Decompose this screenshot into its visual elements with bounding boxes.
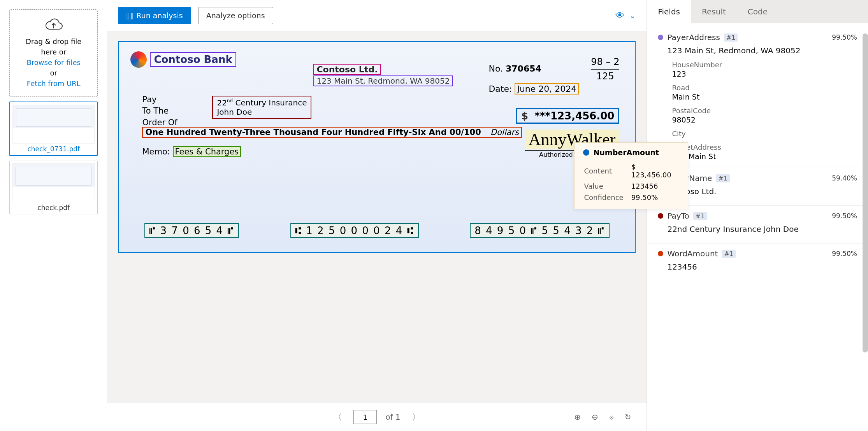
field-content: Contoso Ltd.	[667, 187, 857, 196]
bank-name-field[interactable]: Contoso Bank	[150, 52, 236, 67]
subfield: PostalCode98052	[672, 107, 857, 124]
pay-to-label: Pay To The Order Of	[142, 94, 177, 128]
fetch-url-link[interactable]: Fetch from URL	[14, 78, 93, 89]
field-item[interactable]: PayTo#199.50%22nd Century Insurance John…	[647, 205, 868, 243]
chevron-down-icon[interactable]: ⌄	[629, 11, 636, 20]
memo: Memo: Fees & Charges	[142, 147, 241, 156]
payer-address-field[interactable]: 123 Main St, Redmond, WA 98052	[313, 75, 453, 86]
main-canvas: ⟦⟧ Run analysis Analyze options 👁 ⌄ Cont…	[107, 0, 647, 431]
tab-result[interactable]: Result	[691, 0, 737, 23]
check-date: Date: June 20, 2024	[488, 84, 579, 94]
occurrence-chip: #1	[693, 212, 707, 220]
toolbar: ⟦⟧ Run analysis Analyze options 👁 ⌄	[107, 0, 647, 31]
subfield: City	[672, 130, 857, 138]
panel-tabs: Fields Result Code	[647, 0, 868, 23]
field-dot-icon	[658, 35, 663, 40]
thumbnail-preview	[12, 105, 95, 144]
results-panel: Fields Result Code PayerAddress#199.50%1…	[647, 0, 868, 431]
fields-list[interactable]: PayerAddress#199.50%123 Main St, Redmond…	[647, 23, 868, 431]
confidence-value: 59.40%	[832, 174, 857, 182]
rotate-icon[interactable]: ↻	[625, 412, 631, 422]
field-tooltip: NumberAmount Content$ 123,456.00 Value12…	[574, 142, 688, 209]
field-content: 123 Main St, Redmond, WA 98052	[667, 46, 857, 55]
browse-files-link[interactable]: Browse for files	[14, 57, 93, 68]
bank-logo-icon	[130, 51, 147, 68]
dropzone[interactable]: Drag & drop file here or Browse for file…	[9, 9, 98, 97]
subfield: StreetAddress123 Main St	[672, 143, 857, 161]
thumbnail-sample[interactable]: Sample check.pdf	[9, 161, 98, 214]
canvas-pager: 〈 of 1 〉 ⊕ ⊖ ⟐ ↻	[107, 403, 647, 431]
field-name: PayTo	[667, 211, 689, 221]
file-sidebar: Drag & drop file here or Browse for file…	[0, 0, 107, 431]
field-dot-icon	[658, 251, 663, 256]
micr-routing[interactable]: ⑆ 1 2 5 0 0 0 0 2 4 ⑆	[290, 223, 419, 238]
field-content: 22nd Century Insurance John Doe	[667, 224, 857, 234]
zoom-out-icon[interactable]: ⊖	[592, 412, 598, 422]
memo-field[interactable]: Fees & Charges	[173, 146, 241, 157]
scrollbar[interactable]	[863, 33, 868, 352]
pay-to-field[interactable]: 22nd Century Insurance John Doe	[212, 96, 311, 119]
field-name: PayerAddress	[667, 33, 720, 42]
fit-icon[interactable]: ⟐	[609, 412, 614, 422]
confidence-value: 99.50%	[832, 250, 857, 258]
analysis-icon: ⟦⟧	[126, 12, 133, 20]
occurrence-chip: #1	[716, 174, 730, 182]
date-field[interactable]: June 20, 2024	[515, 83, 579, 95]
thumbnail-filename: check.pdf	[12, 204, 95, 212]
check-number: No. 370654	[488, 64, 541, 74]
page-total: of 1	[385, 412, 400, 422]
bank-routing-fraction: 98 – 2125	[591, 56, 619, 82]
word-amount-field[interactable]: One Hundred Twenty-Three Thousand Four H…	[142, 127, 522, 138]
field-item[interactable]: WordAmount#199.50%123456	[647, 243, 868, 281]
field-dot-icon	[583, 149, 589, 156]
visibility-icon[interactable]: 👁	[615, 10, 625, 21]
field-name: WordAmount	[667, 249, 718, 258]
occurrence-chip: #1	[724, 33, 738, 42]
micr-account[interactable]: 8 4 9 5 0 ⑈ 5 5 4 3 2 ⑈	[470, 223, 609, 238]
next-page-button[interactable]: 〉	[409, 410, 423, 424]
field-dot-icon	[658, 213, 663, 219]
dropzone-text: Drag & drop file	[14, 36, 93, 47]
field-content: 123456	[667, 262, 857, 272]
thumbnail-filename: check_0731.pdf	[12, 145, 95, 153]
check-document[interactable]: Contoso Bank Contoso Ltd. 123 Main St, R…	[118, 41, 636, 253]
prev-page-button[interactable]: 〈	[331, 410, 345, 424]
thumbnail-selected[interactable]: check_0731.pdf	[9, 102, 98, 156]
zoom-in-icon[interactable]: ⊕	[574, 412, 581, 422]
occurrence-chip: #1	[722, 250, 736, 258]
number-amount-field[interactable]: $***123,456.00	[516, 108, 619, 124]
payer-name-field[interactable]: Contoso Ltd.	[313, 64, 381, 75]
tab-fields[interactable]: Fields	[647, 0, 691, 23]
tab-code[interactable]: Code	[737, 0, 778, 23]
cloud-upload-icon	[44, 18, 63, 32]
page-input[interactable]	[353, 410, 377, 424]
analyze-options-button[interactable]: Analyze options	[198, 7, 273, 24]
confidence-value: 99.50%	[832, 33, 857, 41]
tooltip-title: NumberAmount	[593, 148, 659, 157]
micr-line: ⑈ 3 7 0 6 5 4 ⑈ ⑆ 1 2 5 0 0 0 0 2 4 ⑆ 8 …	[119, 223, 635, 238]
run-analysis-button[interactable]: ⟦⟧ Run analysis	[118, 7, 191, 24]
subfield: HouseNumber123	[672, 61, 857, 78]
subfield: RoadMain St	[672, 84, 857, 101]
micr-check-no[interactable]: ⑈ 3 7 0 6 5 4 ⑈	[144, 223, 239, 238]
thumbnail-preview	[12, 163, 95, 202]
confidence-value: 99.50%	[832, 212, 857, 220]
